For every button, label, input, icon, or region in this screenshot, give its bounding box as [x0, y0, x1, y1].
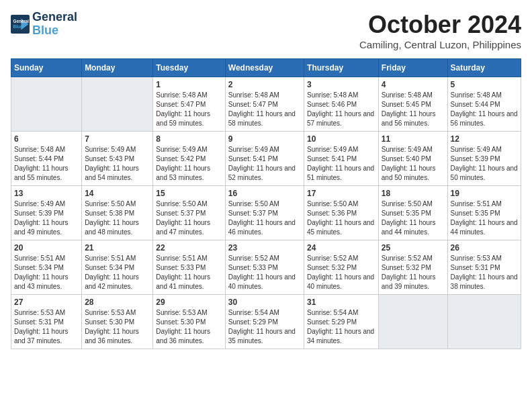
day-cell: 13Sunrise: 5:49 AMSunset: 5:39 PMDayligh… — [11, 186, 82, 240]
sunrise-label: Sunrise: 5:52 AM — [307, 255, 358, 262]
sunrise-label: Sunrise: 5:49 AM — [156, 146, 207, 153]
sunrise-label: Sunrise: 5:51 AM — [156, 255, 207, 262]
day-cell: 14Sunrise: 5:50 AMSunset: 5:38 PMDayligh… — [82, 186, 153, 240]
day-cell: 17Sunrise: 5:50 AMSunset: 5:36 PMDayligh… — [304, 186, 379, 240]
day-info: Sunrise: 5:50 AMSunset: 5:38 PMDaylight:… — [85, 199, 150, 237]
day-info: Sunrise: 5:49 AMSunset: 5:42 PMDaylight:… — [156, 145, 222, 183]
day-number: 5 — [451, 80, 518, 89]
sunrise-label: Sunrise: 5:51 AM — [85, 255, 136, 262]
day-number: 18 — [382, 189, 445, 198]
location-title: Camiling, Central Luzon, Philippines — [359, 39, 521, 50]
daylight-label: Daylight: 11 hours and 49 minutes. — [14, 219, 69, 236]
logo: General Blue General Blue — [11, 11, 77, 38]
week-row-1: 1Sunrise: 5:48 AMSunset: 5:47 PMDaylight… — [11, 77, 521, 132]
day-info: Sunrise: 5:53 AMSunset: 5:30 PMDaylight:… — [156, 308, 222, 346]
col-header-sunday: Sunday — [11, 59, 82, 77]
sunrise-label: Sunrise: 5:51 AM — [14, 255, 65, 262]
col-header-tuesday: Tuesday — [153, 59, 225, 77]
daylight-label: Daylight: 11 hours and 57 minutes. — [307, 110, 374, 127]
sunset-label: Sunset: 5:31 PM — [14, 318, 64, 326]
daylight-label: Daylight: 11 hours and 54 minutes. — [85, 165, 139, 181]
daylight-label: Daylight: 11 hours and 40 minutes. — [307, 273, 374, 290]
day-cell — [82, 77, 153, 132]
daylight-label: Daylight: 11 hours and 42 minutes. — [85, 273, 139, 290]
sunset-label: Sunset: 5:47 PM — [228, 101, 278, 108]
day-number: 23 — [228, 243, 301, 253]
day-info: Sunrise: 5:48 AMSunset: 5:45 PMDaylight:… — [382, 91, 445, 128]
sunrise-label: Sunrise: 5:52 AM — [382, 255, 433, 262]
daylight-label: Daylight: 11 hours and 48 minutes. — [85, 219, 139, 236]
day-info: Sunrise: 5:52 AMSunset: 5:32 PMDaylight:… — [382, 254, 445, 291]
day-info: Sunrise: 5:51 AMSunset: 5:33 PMDaylight:… — [156, 254, 222, 291]
col-header-saturday: Saturday — [447, 59, 521, 77]
sunset-label: Sunset: 5:34 PM — [14, 264, 64, 271]
sunrise-label: Sunrise: 5:48 AM — [228, 91, 279, 99]
day-number: 26 — [451, 243, 518, 253]
day-info: Sunrise: 5:50 AMSunset: 5:37 PMDaylight:… — [156, 199, 222, 237]
daylight-label: Daylight: 11 hours and 44 minutes. — [382, 219, 436, 236]
sunset-label: Sunset: 5:39 PM — [14, 210, 64, 217]
day-number: 4 — [382, 80, 445, 89]
daylight-label: Daylight: 11 hours and 43 minutes. — [14, 273, 69, 290]
day-number: 27 — [14, 298, 79, 307]
day-cell — [378, 295, 447, 349]
sunset-label: Sunset: 5:33 PM — [156, 264, 206, 271]
sunrise-label: Sunrise: 5:53 AM — [85, 309, 136, 316]
month-title: October 2024 — [359, 11, 521, 39]
day-number: 19 — [451, 189, 518, 198]
col-header-thursday: Thursday — [304, 59, 379, 77]
day-cell: 15Sunrise: 5:50 AMSunset: 5:37 PMDayligh… — [153, 186, 225, 240]
week-row-4: 20Sunrise: 5:51 AMSunset: 5:34 PMDayligh… — [11, 240, 521, 295]
day-info: Sunrise: 5:48 AMSunset: 5:47 PMDaylight:… — [228, 91, 301, 128]
day-cell: 26Sunrise: 5:53 AMSunset: 5:31 PMDayligh… — [447, 240, 521, 295]
day-cell — [11, 77, 82, 132]
daylight-label: Daylight: 11 hours and 47 minutes. — [156, 219, 210, 236]
sunrise-label: Sunrise: 5:49 AM — [451, 146, 502, 153]
title-area: October 2024 Camiling, Central Luzon, Ph… — [359, 11, 521, 50]
sunrise-label: Sunrise: 5:54 AM — [307, 309, 358, 316]
day-info: Sunrise: 5:53 AMSunset: 5:31 PMDaylight:… — [451, 254, 518, 291]
day-cell: 3Sunrise: 5:48 AMSunset: 5:46 PMDaylight… — [304, 77, 379, 132]
daylight-label: Daylight: 11 hours and 35 minutes. — [228, 328, 296, 345]
daylight-label: Daylight: 11 hours and 51 minutes. — [307, 165, 374, 181]
day-info: Sunrise: 5:54 AMSunset: 5:29 PMDaylight:… — [307, 308, 375, 346]
sunset-label: Sunset: 5:30 PM — [156, 318, 206, 326]
day-cell: 8Sunrise: 5:49 AMSunset: 5:42 PMDaylight… — [153, 132, 225, 186]
day-info: Sunrise: 5:51 AMSunset: 5:34 PMDaylight:… — [85, 254, 150, 291]
daylight-label: Daylight: 11 hours and 45 minutes. — [307, 219, 374, 236]
day-cell: 30Sunrise: 5:54 AMSunset: 5:29 PMDayligh… — [225, 295, 304, 349]
sunset-label: Sunset: 5:37 PM — [228, 210, 278, 217]
day-info: Sunrise: 5:49 AMSunset: 5:43 PMDaylight:… — [85, 145, 150, 183]
day-number: 15 — [156, 189, 222, 198]
svg-text:Blue: Blue — [13, 24, 23, 28]
sunset-label: Sunset: 5:30 PM — [85, 318, 134, 326]
day-cell: 27Sunrise: 5:53 AMSunset: 5:31 PMDayligh… — [11, 295, 82, 349]
day-cell: 24Sunrise: 5:52 AMSunset: 5:32 PMDayligh… — [304, 240, 379, 295]
sunrise-label: Sunrise: 5:50 AM — [156, 200, 207, 208]
day-number: 12 — [451, 134, 518, 144]
sunset-label: Sunset: 5:42 PM — [156, 155, 206, 163]
sunset-label: Sunset: 5:35 PM — [451, 210, 500, 217]
day-number: 9 — [228, 134, 301, 144]
calendar-table: SundayMondayTuesdayWednesdayThursdayFrid… — [11, 58, 521, 349]
daylight-label: Daylight: 11 hours and 53 minutes. — [156, 165, 210, 181]
daylight-label: Daylight: 11 hours and 58 minutes. — [228, 110, 296, 127]
daylight-label: Daylight: 11 hours and 36 minutes. — [85, 328, 139, 345]
sunrise-label: Sunrise: 5:50 AM — [307, 200, 358, 208]
sunrise-label: Sunrise: 5:48 AM — [451, 91, 502, 99]
daylight-label: Daylight: 11 hours and 34 minutes. — [307, 328, 374, 345]
daylight-label: Daylight: 11 hours and 56 minutes. — [451, 110, 518, 127]
day-cell: 25Sunrise: 5:52 AMSunset: 5:32 PMDayligh… — [378, 240, 447, 295]
sunrise-label: Sunrise: 5:48 AM — [307, 91, 358, 99]
sunrise-label: Sunrise: 5:52 AM — [228, 255, 279, 262]
daylight-label: Daylight: 11 hours and 36 minutes. — [156, 328, 210, 345]
sunrise-label: Sunrise: 5:50 AM — [85, 200, 136, 208]
sunset-label: Sunset: 5:43 PM — [85, 155, 134, 163]
sunset-label: Sunset: 5:32 PM — [382, 264, 431, 271]
sunset-label: Sunset: 5:36 PM — [307, 210, 357, 217]
day-info: Sunrise: 5:53 AMSunset: 5:30 PMDaylight:… — [85, 308, 150, 346]
daylight-label: Daylight: 11 hours and 52 minutes. — [228, 165, 296, 181]
sunset-label: Sunset: 5:44 PM — [451, 101, 500, 108]
sunset-label: Sunset: 5:41 PM — [307, 155, 357, 163]
day-number: 3 — [307, 80, 375, 89]
